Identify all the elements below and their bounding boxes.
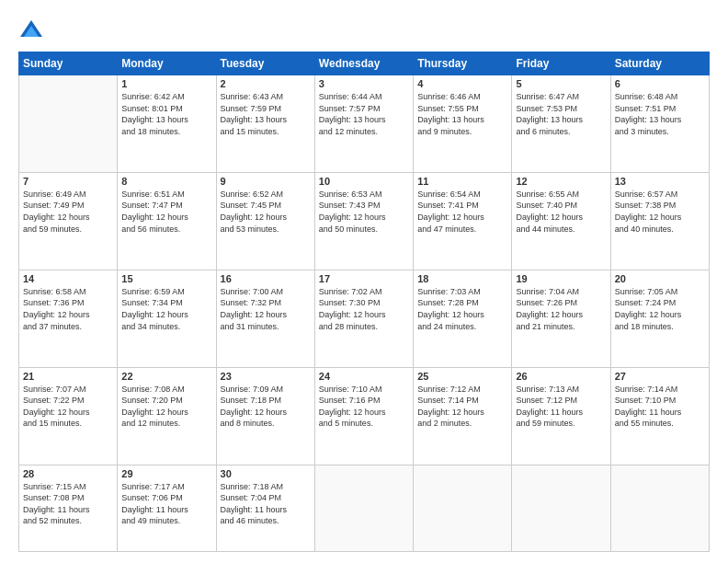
calendar-cell: 22Sunrise: 7:08 AM Sunset: 7:20 PM Dayli… (118, 367, 216, 465)
calendar-cell: 21Sunrise: 7:07 AM Sunset: 7:22 PM Dayli… (19, 367, 118, 465)
weekday-header-thursday: Thursday (414, 52, 512, 75)
calendar-cell: 16Sunrise: 7:00 AM Sunset: 7:32 PM Dayli… (216, 270, 314, 367)
calendar-cell: 4Sunrise: 6:46 AM Sunset: 7:55 PM Daylig… (414, 75, 512, 173)
day-info: Sunrise: 7:03 AM Sunset: 7:28 PM Dayligh… (417, 286, 507, 332)
day-number: 22 (121, 371, 211, 382)
week-row-4: 21Sunrise: 7:07 AM Sunset: 7:22 PM Dayli… (19, 367, 710, 465)
day-number: 6 (615, 78, 705, 89)
day-info: Sunrise: 6:42 AM Sunset: 8:01 PM Dayligh… (121, 91, 211, 137)
day-number: 11 (417, 176, 507, 187)
day-number: 30 (221, 468, 311, 479)
calendar-cell: 20Sunrise: 7:05 AM Sunset: 7:24 PM Dayli… (610, 270, 709, 367)
calendar-cell (19, 75, 118, 173)
calendar-cell (414, 465, 512, 552)
logo-icon (18, 17, 44, 42)
calendar-cell: 18Sunrise: 7:03 AM Sunset: 7:28 PM Dayli… (414, 270, 512, 367)
day-info: Sunrise: 6:54 AM Sunset: 7:41 PM Dayligh… (417, 189, 507, 235)
week-row-3: 14Sunrise: 6:58 AM Sunset: 7:36 PM Dayli… (19, 270, 710, 367)
weekday-header-wednesday: Wednesday (314, 52, 413, 75)
calendar-cell: 19Sunrise: 7:04 AM Sunset: 7:26 PM Dayli… (512, 270, 610, 367)
week-row-2: 7Sunrise: 6:49 AM Sunset: 7:49 PM Daylig… (19, 172, 710, 270)
calendar-cell: 3Sunrise: 6:44 AM Sunset: 7:57 PM Daylig… (314, 75, 413, 173)
calendar-cell: 29Sunrise: 7:17 AM Sunset: 7:06 PM Dayli… (118, 465, 216, 552)
calendar-cell (512, 465, 610, 552)
calendar-cell (610, 465, 709, 552)
day-info: Sunrise: 6:46 AM Sunset: 7:55 PM Dayligh… (417, 91, 507, 137)
day-number: 2 (221, 78, 311, 89)
day-info: Sunrise: 6:59 AM Sunset: 7:34 PM Dayligh… (121, 286, 211, 332)
day-number: 16 (221, 273, 311, 284)
calendar-cell: 17Sunrise: 7:02 AM Sunset: 7:30 PM Dayli… (314, 270, 413, 367)
calendar-cell: 25Sunrise: 7:12 AM Sunset: 7:14 PM Dayli… (414, 367, 512, 465)
calendar-cell: 24Sunrise: 7:10 AM Sunset: 7:16 PM Dayli… (314, 367, 413, 465)
weekday-header-friday: Friday (512, 52, 610, 75)
calendar-cell: 14Sunrise: 6:58 AM Sunset: 7:36 PM Dayli… (19, 270, 118, 367)
day-number: 10 (319, 176, 409, 187)
day-info: Sunrise: 7:18 AM Sunset: 7:04 PM Dayligh… (221, 481, 311, 527)
day-number: 21 (23, 371, 113, 382)
calendar-cell: 2Sunrise: 6:43 AM Sunset: 7:59 PM Daylig… (216, 75, 314, 173)
day-info: Sunrise: 7:09 AM Sunset: 7:18 PM Dayligh… (221, 384, 311, 430)
day-number: 26 (516, 371, 606, 382)
calendar-cell: 1Sunrise: 6:42 AM Sunset: 8:01 PM Daylig… (118, 75, 216, 173)
page: SundayMondayTuesdayWednesdayThursdayFrid… (0, 0, 728, 563)
day-info: Sunrise: 7:07 AM Sunset: 7:22 PM Dayligh… (23, 384, 113, 430)
day-info: Sunrise: 7:10 AM Sunset: 7:16 PM Dayligh… (319, 384, 409, 430)
day-number: 5 (516, 78, 606, 89)
day-info: Sunrise: 6:44 AM Sunset: 7:57 PM Dayligh… (319, 91, 409, 137)
weekday-header-saturday: Saturday (610, 52, 709, 75)
week-row-5: 28Sunrise: 7:15 AM Sunset: 7:08 PM Dayli… (19, 465, 710, 552)
day-info: Sunrise: 7:04 AM Sunset: 7:26 PM Dayligh… (516, 286, 606, 332)
day-info: Sunrise: 7:13 AM Sunset: 7:12 PM Dayligh… (516, 384, 606, 430)
day-number: 9 (221, 176, 311, 187)
day-number: 13 (615, 176, 705, 187)
day-info: Sunrise: 6:48 AM Sunset: 7:51 PM Dayligh… (615, 91, 705, 137)
calendar-cell: 23Sunrise: 7:09 AM Sunset: 7:18 PM Dayli… (216, 367, 314, 465)
day-number: 14 (23, 273, 113, 284)
day-number: 8 (121, 176, 211, 187)
calendar-cell: 13Sunrise: 6:57 AM Sunset: 7:38 PM Dayli… (610, 172, 709, 270)
day-number: 29 (121, 468, 211, 479)
day-info: Sunrise: 6:47 AM Sunset: 7:53 PM Dayligh… (516, 91, 606, 137)
day-info: Sunrise: 6:51 AM Sunset: 7:47 PM Dayligh… (121, 189, 211, 235)
calendar-cell: 7Sunrise: 6:49 AM Sunset: 7:49 PM Daylig… (19, 172, 118, 270)
calendar-cell: 28Sunrise: 7:15 AM Sunset: 7:08 PM Dayli… (19, 465, 118, 552)
day-info: Sunrise: 6:43 AM Sunset: 7:59 PM Dayligh… (221, 91, 311, 137)
weekday-header-row: SundayMondayTuesdayWednesdayThursdayFrid… (19, 52, 710, 75)
calendar-cell: 12Sunrise: 6:55 AM Sunset: 7:40 PM Dayli… (512, 172, 610, 270)
day-info: Sunrise: 7:08 AM Sunset: 7:20 PM Dayligh… (121, 384, 211, 430)
calendar-cell: 9Sunrise: 6:52 AM Sunset: 7:45 PM Daylig… (216, 172, 314, 270)
logo (18, 17, 48, 42)
day-info: Sunrise: 7:02 AM Sunset: 7:30 PM Dayligh… (319, 286, 409, 332)
day-number: 4 (417, 78, 507, 89)
day-info: Sunrise: 7:00 AM Sunset: 7:32 PM Dayligh… (221, 286, 311, 332)
calendar-cell: 27Sunrise: 7:14 AM Sunset: 7:10 PM Dayli… (610, 367, 709, 465)
day-number: 1 (121, 78, 211, 89)
calendar-cell: 30Sunrise: 7:18 AM Sunset: 7:04 PM Dayli… (216, 465, 314, 552)
day-info: Sunrise: 6:55 AM Sunset: 7:40 PM Dayligh… (516, 189, 606, 235)
calendar-cell: 5Sunrise: 6:47 AM Sunset: 7:53 PM Daylig… (512, 75, 610, 173)
day-number: 17 (319, 273, 409, 284)
day-number: 27 (615, 371, 705, 382)
weekday-header-monday: Monday (118, 52, 216, 75)
day-info: Sunrise: 7:05 AM Sunset: 7:24 PM Dayligh… (615, 286, 705, 332)
day-number: 28 (23, 468, 113, 479)
day-number: 19 (516, 273, 606, 284)
day-info: Sunrise: 7:17 AM Sunset: 7:06 PM Dayligh… (121, 481, 211, 527)
day-info: Sunrise: 6:49 AM Sunset: 7:49 PM Dayligh… (23, 189, 113, 235)
week-row-1: 1Sunrise: 6:42 AM Sunset: 8:01 PM Daylig… (19, 75, 710, 173)
day-number: 25 (417, 371, 507, 382)
header (18, 17, 710, 42)
day-number: 15 (121, 273, 211, 284)
calendar-cell (314, 465, 413, 552)
weekday-header-sunday: Sunday (19, 52, 118, 75)
day-info: Sunrise: 6:53 AM Sunset: 7:43 PM Dayligh… (319, 189, 409, 235)
day-info: Sunrise: 7:14 AM Sunset: 7:10 PM Dayligh… (615, 384, 705, 430)
day-number: 24 (319, 371, 409, 382)
calendar-cell: 10Sunrise: 6:53 AM Sunset: 7:43 PM Dayli… (314, 172, 413, 270)
day-info: Sunrise: 6:52 AM Sunset: 7:45 PM Dayligh… (221, 189, 311, 235)
calendar-cell: 11Sunrise: 6:54 AM Sunset: 7:41 PM Dayli… (414, 172, 512, 270)
calendar-cell: 8Sunrise: 6:51 AM Sunset: 7:47 PM Daylig… (118, 172, 216, 270)
day-info: Sunrise: 6:58 AM Sunset: 7:36 PM Dayligh… (23, 286, 113, 332)
day-number: 12 (516, 176, 606, 187)
